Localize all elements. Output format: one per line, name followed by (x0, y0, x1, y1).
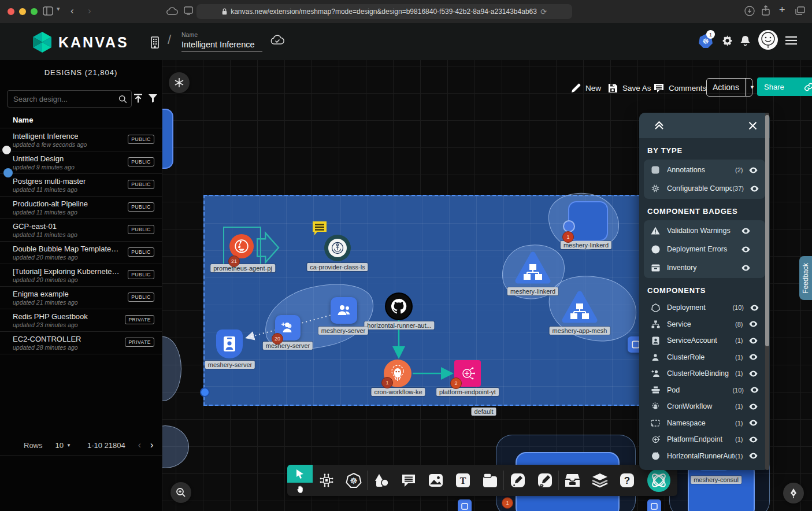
component-row-clusterrolebinding[interactable]: ClusterRoleBinding (1) (639, 365, 770, 382)
comment-annotation-icon[interactable] (311, 220, 328, 237)
column-header-name[interactable]: Name (13, 116, 33, 124)
forward-icon[interactable]: › (88, 5, 91, 17)
save-as-button[interactable]: Save As (608, 83, 651, 93)
visibility-eye-icon[interactable] (750, 386, 759, 394)
help-tool[interactable]: ? (613, 465, 640, 496)
component-row-service[interactable]: Service (8) (639, 316, 770, 333)
comment-tool[interactable] (395, 465, 422, 496)
kubernetes-tool[interactable]: ☸ (340, 465, 367, 496)
reader-icon[interactable] (184, 6, 193, 15)
node-ca-provider[interactable] (324, 235, 351, 261)
whiteboard-pen-button[interactable] (783, 483, 804, 503)
select-tool[interactable] (287, 465, 313, 496)
tab-overview-icon[interactable] (795, 6, 805, 15)
url-bar[interactable]: kanvas.new/extension/meshmap?mode=design… (196, 4, 572, 19)
back-icon[interactable]: ‹ (71, 5, 74, 17)
kubernetes-context-icon[interactable]: ☸ 1 (698, 34, 713, 49)
design-name-field[interactable]: Name Intelligent Inference (181, 31, 262, 52)
design-list-item[interactable]: Redis PHP Guestbook updated 23 minutes a… (0, 309, 162, 332)
node-serviceaccount[interactable] (216, 329, 243, 358)
arrow-shape[interactable] (257, 231, 281, 266)
zoom-button[interactable] (170, 482, 191, 503)
image-tool[interactable] (422, 465, 449, 496)
component-row-namespace[interactable]: Namespace (1) (639, 415, 770, 432)
component-tool[interactable] (313, 465, 340, 496)
comments-button[interactable]: Comments (654, 83, 706, 92)
actions-dropdown-button[interactable]: Actions ▼ (706, 78, 752, 97)
design-list-item[interactable]: Intelligent Inference updated a few seco… (0, 128, 162, 151)
text-tool[interactable]: T (449, 465, 476, 496)
design-list-item[interactable]: Production-alt Pipeline updated 11 minut… (0, 196, 162, 219)
visibility-eye-icon[interactable] (748, 436, 758, 443)
next-page-icon[interactable]: › (150, 440, 153, 450)
visibility-eye-icon[interactable] (748, 353, 758, 361)
user-avatar[interactable] (758, 30, 778, 50)
feedback-tab[interactable]: Feedback (799, 256, 812, 300)
organization-icon[interactable] (149, 35, 161, 49)
cursor-tool-active[interactable] (287, 465, 313, 483)
visibility-eye-icon[interactable] (748, 403, 758, 410)
prev-page-icon[interactable]: ‹ (138, 440, 141, 450)
panel-scrollbar-thumb[interactable] (765, 115, 769, 346)
rows-per-page-select[interactable]: 10 (55, 441, 64, 450)
design-list-item[interactable]: EC2-CONTROLLER updated 28 minutes ago PR… (0, 331, 162, 354)
pencil-tool[interactable] (531, 465, 558, 496)
badge-row-inventory[interactable]: Inventory (644, 258, 765, 277)
sidebar-toggle-icon[interactable] (43, 6, 53, 16)
badge-row-deployment-errors[interactable]: Deployment Errors (644, 240, 765, 258)
component-row-platformendpoint[interactable]: PlatformEndpoint (1) (639, 431, 770, 448)
notifications-bell-icon[interactable] (740, 35, 751, 47)
chevron-down-icon[interactable]: ▾ (57, 5, 60, 13)
node-github-runner[interactable] (386, 294, 411, 319)
design-list-item[interactable]: Untitled Design updated 9 minutes ago PU… (0, 151, 162, 174)
search-input[interactable] (8, 95, 118, 103)
share-button[interactable]: Share (757, 77, 812, 96)
visibility-eye-icon[interactable] (750, 185, 759, 192)
marker-tool[interactable] (504, 465, 531, 496)
menu-hamburger-icon[interactable] (785, 36, 798, 45)
visibility-eye-icon[interactable] (741, 227, 751, 235)
reload-icon[interactable]: ⟳ (540, 8, 547, 16)
design-name-value[interactable]: Intelligent Inference (181, 38, 262, 52)
drawer-tool[interactable] (559, 465, 586, 496)
freeze-button[interactable] (169, 72, 190, 93)
component-row-clusterrole[interactable]: ClusterRole (1) (639, 349, 770, 366)
component-row-deployment[interactable]: Deployment (10) (639, 299, 770, 316)
visibility-eye-icon[interactable] (748, 337, 758, 345)
node-clusterrole[interactable] (331, 297, 357, 324)
minimize-window-button[interactable] (19, 8, 26, 15)
maximize-window-button[interactable] (31, 8, 38, 15)
design-list-item[interactable]: [Tutorial] Exploring Kubernetes Pod upda… (0, 264, 162, 287)
shapes-tool[interactable] (368, 465, 395, 496)
new-button[interactable]: New (571, 83, 601, 93)
icloud-tab-icon[interactable] (166, 7, 178, 15)
layers-tool[interactable] (586, 465, 613, 496)
visibility-eye-icon[interactable] (741, 264, 751, 272)
close-window-button[interactable] (8, 8, 14, 15)
design-list-item[interactable]: Postgres multi-master updated 11 minutes… (0, 173, 162, 197)
component-row-serviceaccount[interactable]: ServiceAccount (1) (639, 332, 770, 349)
component-row-cronworkflow[interactable]: CronWorkflow (1) (639, 398, 770, 415)
visibility-eye-icon[interactable] (741, 246, 751, 253)
node-linkerd-namespace[interactable] (568, 201, 608, 241)
visibility-eye-icon[interactable] (748, 419, 758, 427)
node-appmesh-service[interactable] (561, 290, 598, 324)
rows-caret-icon[interactable]: ▼ (66, 443, 71, 448)
node-linkerd-service[interactable] (514, 251, 551, 284)
badge-row-validation-warnings[interactable]: Validation Warnings (644, 221, 765, 240)
new-tab-icon[interactable]: + (779, 4, 785, 16)
layer-row-configurable[interactable]: Configurable Compon (37) (644, 179, 765, 198)
visibility-eye-icon[interactable] (748, 370, 758, 377)
note-tool[interactable] (476, 465, 503, 496)
close-panel-icon[interactable] (748, 121, 757, 130)
component-row-horizontalrunner[interactable]: HorizontalRunnerAutos (1) (639, 448, 770, 465)
component-row-pod[interactable]: Pod (10) (639, 382, 770, 399)
design-list-item[interactable]: GCP-east-01 updated 11 minutes ago PUBLI… (0, 219, 162, 242)
design-search[interactable] (7, 90, 132, 108)
visibility-eye-icon[interactable] (748, 452, 758, 460)
design-list-item[interactable]: Enigma example updated 21 minutes ago PU… (0, 286, 162, 309)
design-list-item[interactable]: Double Bubble Map Template-copy updated … (0, 241, 162, 264)
share-icon[interactable] (761, 5, 770, 16)
kanvas-logo[interactable]: KANVAS (32, 31, 129, 53)
downloads-icon[interactable] (744, 6, 755, 16)
